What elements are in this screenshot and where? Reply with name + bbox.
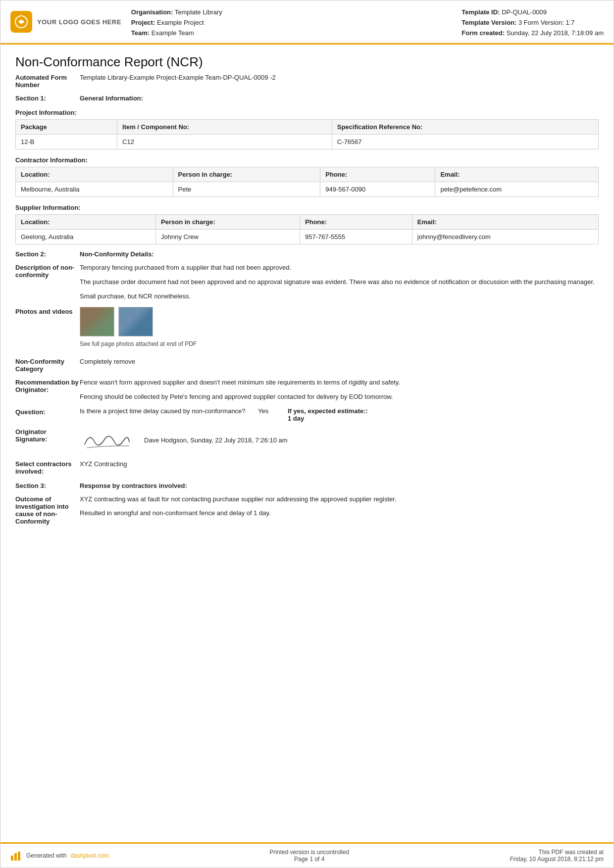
project-info-row: 12-B C12 C-76567 [16, 135, 599, 149]
footer: Generated with dashpivot.com Printed ver… [0, 842, 614, 868]
organisation-row: Organisation: Template Library [131, 7, 442, 18]
nc-category-label: Non-Conformity Category [15, 357, 80, 373]
project-value: Example Project [157, 19, 204, 26]
footer-right-line1: This PDF was created at [510, 849, 604, 856]
template-version-row: Template Version: 3 Form Version: 1.7 [461, 18, 604, 28]
team-label: Team: [131, 29, 150, 37]
footer-left: Generated with dashpivot.com [10, 851, 109, 861]
template-id-row: Template ID: DP-QUAL-0009 [461, 7, 604, 18]
supplier-phone: 957-767-5555 [300, 230, 412, 244]
footer-brand-icon [10, 851, 22, 861]
description-value: Temporary fencing purchased from a suppl… [80, 263, 599, 301]
contractor-col-email: Email: [435, 167, 599, 182]
photos-container [80, 307, 599, 337]
contractor-location: Melbourne, Australia [16, 182, 173, 197]
footer-right: This PDF was created at Friday, 10 Augus… [510, 849, 604, 863]
photos-row: Photos and videos See full page photos a… [15, 307, 599, 352]
outcome-para-1: XYZ contracting was at fault for not con… [80, 494, 599, 505]
project-info-title: Project Information: [15, 109, 599, 116]
supplier-col-loc: Location: [16, 215, 156, 230]
estimate-value: 1 day [288, 415, 304, 422]
contractor-col-person: Person in charge: [173, 167, 320, 182]
question-label: Question: [15, 407, 80, 416]
doc-title: Non-Conformance Report (NCR) [15, 54, 599, 70]
footer-generated-text: Generated with [26, 852, 66, 859]
estimate-label: If yes, expected estimate:: [288, 407, 368, 415]
section2-number: Section 2: [15, 250, 80, 258]
section1-title: General Information: [80, 95, 143, 102]
supplier-info-table: Location: Person in charge: Phone: Email… [15, 214, 599, 244]
header-meta-left: Organisation: Template Library Project: … [131, 7, 442, 38]
signature-image [80, 427, 134, 454]
rec-para-1: Fence wasn't form approved supplier and … [80, 378, 599, 388]
supplier-email: johnny@fencedlivery.com [412, 230, 598, 244]
page: YOUR LOGO GOES HERE Organisation: Templa… [0, 0, 614, 868]
footer-center: Printed version is uncontrolled Page 1 o… [269, 849, 349, 863]
logo-svg [14, 15, 28, 29]
section1-number: Section 1: [15, 95, 80, 102]
team-value: Example Team [152, 29, 194, 37]
originator-signature-label: Originator Signature: [15, 427, 80, 454]
photo-thumb-1 [80, 307, 114, 337]
outcome-value: XYZ contracting was at fault for not con… [80, 494, 599, 525]
project-package: 12-B [16, 135, 117, 149]
org-label: Organisation: [131, 8, 173, 16]
question-answer: Yes [248, 407, 288, 415]
logo-section: YOUR LOGO GOES HERE [10, 5, 121, 38]
template-id-value: DP-QUAL-0009 [502, 8, 547, 16]
question-content: Is there a project time delay caused by … [80, 407, 599, 422]
footer-right-line2: Friday, 10 August 2018, 8:21:12 pm [510, 856, 604, 863]
photos-label: Photos and videos [15, 307, 80, 352]
supplier-col-person: Person in charge: [156, 215, 300, 230]
recommendation-value: Fence wasn't form approved supplier and … [80, 378, 599, 402]
supplier-col-email: Email: [412, 215, 598, 230]
section3-number: Section 3: [15, 482, 80, 489]
footer-center-line1: Printed version is uncontrolled [269, 849, 349, 856]
supplier-person: Johnny Crew [156, 230, 300, 244]
supplier-col-phone: Phone: [300, 215, 412, 230]
form-created-row: Form created: Sunday, 22 July 2018, 7:18… [461, 28, 604, 39]
project-col-spec: Specification Reference No: [332, 120, 598, 135]
description-row: Description of non-conformity Temporary … [15, 263, 599, 301]
signature-area: Dave Hodgson, Sunday, 22 July 2018, 7:26… [80, 427, 599, 454]
form-number-label: Automated Form Number [15, 74, 80, 89]
form-number-value: Template Library-Example Project-Example… [80, 74, 276, 81]
outcome-para-2: Resulted in wrongful and non-conformant … [80, 508, 599, 519]
recommendation-label: Recommendation by Originator: [15, 378, 80, 402]
project-label: Project: [131, 19, 155, 26]
template-id-label: Template ID: [461, 8, 500, 16]
contractor-info-table: Location: Person in charge: Phone: Email… [15, 167, 599, 197]
form-created-value: Sunday, 22 July 2018, 7:18:09 am [507, 29, 604, 37]
originator-meta: Dave Hodgson, Sunday, 22 July 2018, 7:26… [144, 435, 288, 446]
header-meta: Organisation: Template Library Project: … [131, 5, 604, 38]
project-col-item: Item / Component No: [117, 120, 332, 135]
form-version-value: 1.7 [565, 19, 574, 26]
contractor-col-loc: Location: [16, 167, 173, 182]
main-content: Non-Conformance Report (NCR) Automated F… [0, 45, 614, 842]
section2-title: Non-Conformity Details: [80, 250, 154, 258]
photo-thumb-2 [118, 307, 153, 337]
question-text: Is there a project time delay caused by … [80, 407, 248, 415]
form-number-row: Automated Form Number Template Library-E… [15, 74, 599, 89]
supplier-info-row: Geelong, Australia Johnny Crew 957-767-5… [16, 230, 599, 244]
team-row: Team: Example Team [131, 28, 442, 39]
section3-title: Response by contractors involved: [80, 482, 187, 489]
project-col-package: Package [16, 120, 117, 135]
outcome-row: Outcome of investigation into cause of n… [15, 494, 599, 525]
dashpivot-link[interactable]: dashpivot.com [70, 852, 108, 859]
contractor-info-title: Contractor Information: [15, 156, 599, 164]
form-version-label: Form Version: [524, 19, 564, 26]
section2-header: Section 2: Non-Conformity Details: [15, 250, 599, 258]
supplier-info-title: Supplier Information: [15, 204, 599, 211]
outcome-label: Outcome of investigation into cause of n… [15, 494, 80, 525]
footer-center-line2: Page 1 of 4 [269, 856, 349, 863]
signature-svg [80, 427, 134, 454]
description-label: Description of non-conformity [15, 263, 80, 301]
recommendation-row: Recommendation by Originator: Fence wasn… [15, 378, 599, 402]
conformity-label: Conformity [15, 518, 50, 525]
question-estimate: If yes, expected estimate:: 1 day [288, 407, 599, 422]
question-row: Question: Is there a project time delay … [15, 407, 599, 422]
photo-caption: See full page photos attached at end of … [80, 339, 599, 349]
section1-header: Section 1: General Information: [15, 95, 599, 102]
template-version-label: Template Version: [461, 19, 516, 26]
